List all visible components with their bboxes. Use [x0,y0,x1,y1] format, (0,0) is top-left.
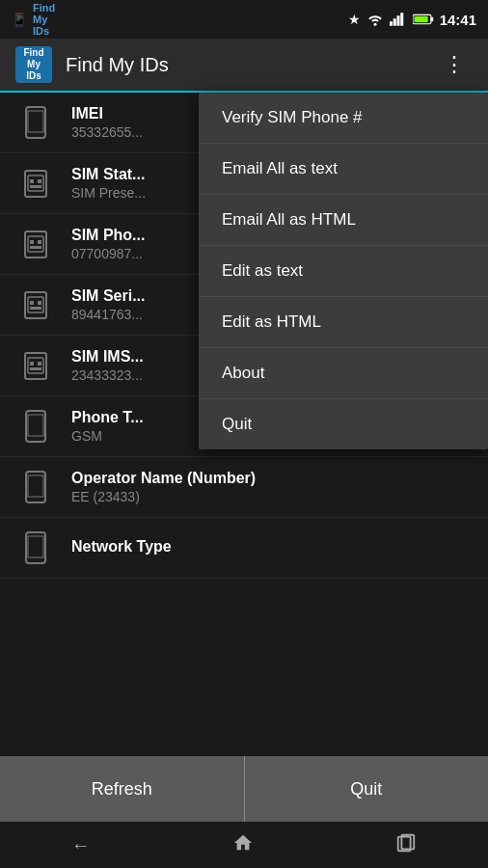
svg-rect-20 [30,246,41,249]
svg-point-0 [373,23,376,26]
svg-rect-34 [28,475,43,497]
recents-button[interactable] [372,825,440,866]
svg-rect-9 [28,111,43,132]
home-button[interactable] [209,825,277,866]
svg-rect-33 [26,472,45,502]
more-options-button[interactable]: ⋮ [436,44,473,85]
sim-icon [15,345,56,386]
sim-icon [15,285,56,325]
battery-icon [413,13,434,26]
list-item: Operator Name (Number) EE (23433) [0,457,488,518]
nav-bar: ← [0,822,488,868]
status-bar: 📱 FindMyIDs ★ 14:41 [0,0,488,39]
app-icon: Find My IDs [15,46,52,83]
svg-rect-28 [30,362,34,366]
refresh-button[interactable]: Refresh [0,756,245,822]
dropdown-item-verify-sim[interactable]: Verify SIM Phone # [199,93,488,144]
app-icon-small: FindMyIDs [33,2,55,37]
svg-rect-6 [430,17,432,22]
svg-rect-30 [30,367,41,370]
svg-rect-4 [400,13,403,26]
toolbar: Find My IDs Find My IDs ⋮ [0,39,488,93]
svg-rect-14 [38,179,41,183]
status-right: ★ 14:41 [348,12,476,28]
phone-icon [15,528,56,568]
signal-icon [390,13,407,26]
svg-rect-8 [26,107,45,138]
sim-icon [15,224,56,264]
item-title: Operator Name (Number) [71,470,473,487]
back-button[interactable]: ← [48,827,114,864]
svg-rect-3 [396,15,399,26]
svg-rect-32 [28,415,43,436]
item-title: Network Type [71,538,473,556]
svg-rect-18 [30,240,34,244]
dropdown-item-about[interactable]: About [199,348,488,399]
dropdown-item-edit-html[interactable]: Edit as HTML [199,297,488,348]
svg-rect-19 [38,240,41,244]
dropdown-item-quit[interactable]: Quit [199,399,488,449]
bluetooth-icon: ★ [348,12,361,27]
svg-rect-35 [26,532,45,563]
svg-rect-13 [30,179,34,183]
svg-rect-7 [414,16,427,22]
quit-button[interactable]: Quit [245,756,489,822]
item-subtitle: EE (23433) [71,489,473,504]
svg-rect-25 [30,307,41,310]
status-left: 📱 FindMyIDs [12,2,55,37]
svg-rect-15 [30,185,41,188]
svg-rect-23 [30,301,34,305]
dropdown-menu: Verify SIM Phone # Email All as text Ema… [199,93,488,449]
bottom-buttons: Refresh Quit [0,756,488,822]
sim-icon [15,163,56,203]
dropdown-item-email-html[interactable]: Email All as HTML [199,195,488,246]
svg-rect-31 [26,411,45,442]
phone-icon [15,467,56,507]
svg-rect-24 [38,301,41,305]
dropdown-item-edit-text[interactable]: Edit as text [199,246,488,297]
svg-rect-1 [390,21,393,26]
dropdown-item-email-text[interactable]: Email All as text [199,144,488,195]
svg-rect-29 [38,362,41,366]
list-text: Network Type [71,538,473,557]
sim-icon: 📱 [12,13,27,27]
svg-rect-36 [28,536,43,557]
clock: 14:41 [440,12,476,28]
list-text: Operator Name (Number) EE (23433) [71,470,473,504]
phone-icon [15,102,56,143]
phone-icon [15,406,56,447]
page-title: Find My IDs [66,54,436,76]
list-item: Network Type [0,518,488,579]
wifi-icon [366,13,384,26]
svg-rect-2 [393,18,395,26]
